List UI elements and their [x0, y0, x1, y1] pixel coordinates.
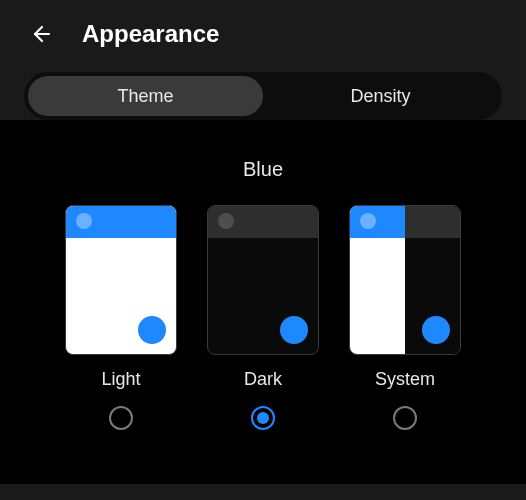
preview-light	[65, 205, 177, 355]
radio-system[interactable]	[393, 406, 417, 430]
tab-bar: Theme Density	[24, 72, 502, 120]
theme-options: Light Dark System	[0, 205, 526, 430]
theme-option-light[interactable]: Light	[65, 205, 177, 430]
theme-option-dark[interactable]: Dark	[207, 205, 319, 430]
option-label-dark: Dark	[244, 369, 282, 390]
tab-density[interactable]: Density	[263, 76, 498, 116]
section-title: Blue	[0, 158, 526, 181]
option-label-system: System	[375, 369, 435, 390]
preview-dark	[207, 205, 319, 355]
radio-light[interactable]	[109, 406, 133, 430]
header: Appearance	[0, 0, 526, 68]
option-label-light: Light	[101, 369, 140, 390]
page-title: Appearance	[82, 20, 219, 48]
tab-theme[interactable]: Theme	[28, 76, 263, 116]
back-icon[interactable]	[28, 22, 52, 46]
preview-system	[349, 205, 461, 355]
theme-option-system[interactable]: System	[349, 205, 461, 430]
radio-dark[interactable]	[251, 406, 275, 430]
content-area: Blue Light Dark	[0, 120, 526, 484]
